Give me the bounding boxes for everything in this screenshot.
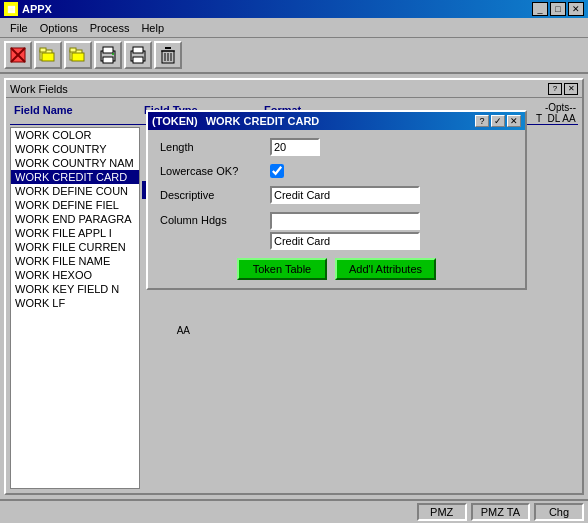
work-fields-title: Work Fields: [10, 83, 68, 95]
menu-bar: FileOptionsProcessHelp: [0, 18, 588, 38]
field-item-file-appl[interactable]: WORK FILE APPL I: [11, 226, 139, 240]
work-fields-close-button[interactable]: ✕: [564, 83, 578, 95]
close-button[interactable]: ✕: [568, 2, 584, 16]
work-fields-title-bar: Work Fields ? ✕: [6, 80, 582, 98]
toolbar-delete-button[interactable]: [154, 41, 182, 69]
field-name-list: WORK COLOR WORK COUNTRY WORK COUNTRY NAM…: [10, 127, 140, 489]
column-hdgs-label: Column Hdgs: [160, 212, 270, 226]
lowercase-label: Lowercase OK?: [160, 165, 270, 177]
opts-aa-header: AA: [562, 113, 576, 124]
status-bar: PMZ PMZ TA Chg: [0, 499, 588, 523]
toolbar-open1-button[interactable]: [34, 41, 62, 69]
toolbar-save-button[interactable]: [4, 41, 32, 69]
field-item-color[interactable]: WORK COLOR: [11, 128, 139, 142]
length-row: Length: [160, 138, 513, 156]
field-item-file-name[interactable]: WORK FILE NAME: [11, 254, 139, 268]
opts-t-header: T: [532, 113, 546, 124]
svg-rect-8: [72, 53, 84, 61]
dialog-buttons: Token Table Add'l Attributes: [160, 258, 513, 280]
length-label: Length: [160, 141, 270, 153]
work-fields-help-button[interactable]: ?: [548, 83, 562, 95]
minimize-button[interactable]: _: [532, 2, 548, 16]
title-bar: ▦ APPX _ □ ✕: [0, 0, 588, 18]
toolbar-print2-button[interactable]: [124, 41, 152, 69]
field-item-define-fiel[interactable]: WORK DEFINE FIEL: [11, 198, 139, 212]
toolbar: [0, 38, 588, 74]
menu-item-help[interactable]: Help: [135, 20, 170, 36]
field-item-key-field[interactable]: WORK KEY FIELD N: [11, 282, 139, 296]
app-icon: ▦: [4, 2, 18, 16]
col-header-field-name: Field Name: [10, 102, 140, 124]
column-hdgs-inputs: [270, 212, 420, 250]
field-item-country[interactable]: WORK COUNTRY: [11, 142, 139, 156]
addl-attributes-button[interactable]: Add'l Attributes: [335, 258, 436, 280]
field-item-hexoo[interactable]: WORK HEXOO: [11, 268, 139, 282]
svg-rect-14: [133, 47, 143, 53]
descriptive-row: Descriptive: [160, 186, 513, 204]
field-item-credit-card[interactable]: WORK CREDIT CARD: [11, 170, 139, 184]
menu-item-file[interactable]: File: [4, 20, 34, 36]
toolbar-open2-button[interactable]: [64, 41, 92, 69]
lowercase-checkbox[interactable]: [270, 164, 284, 178]
column-hdgs-input2[interactable]: [270, 232, 420, 250]
token-table-button[interactable]: Token Table: [237, 258, 327, 280]
status-chg[interactable]: Chg: [534, 503, 584, 521]
maximize-button[interactable]: □: [550, 2, 566, 16]
svg-rect-10: [103, 47, 113, 53]
descriptive-input[interactable]: [270, 186, 420, 204]
column-hdgs-input1[interactable]: [270, 212, 420, 230]
field-item-lf[interactable]: WORK LF: [11, 296, 139, 310]
work-fields-window: Work Fields ? ✕ Field Name Field Type Fo…: [4, 78, 584, 495]
status-pmz[interactable]: PMZ: [417, 503, 467, 521]
toolbar-print1-button[interactable]: [94, 41, 122, 69]
opts-dl-header: DL: [547, 113, 561, 124]
svg-rect-11: [103, 57, 113, 63]
length-input[interactable]: [270, 138, 320, 156]
field-item-file-curren[interactable]: WORK FILE CURREN: [11, 240, 139, 254]
status-pmz-ta[interactable]: PMZ TA: [471, 503, 530, 521]
svg-rect-4: [40, 48, 46, 52]
descriptive-label: Descriptive: [160, 189, 270, 201]
token-dialog: (TOKEN) WORK CREDIT CARD ? ✓ ✕: [146, 127, 527, 290]
field-item-define-coun[interactable]: WORK DEFINE COUN: [11, 184, 139, 198]
app-title: APPX: [22, 3, 52, 15]
dialog-content: Length Lowercase OK? Descriptive: [148, 130, 525, 288]
svg-rect-5: [42, 53, 54, 61]
field-item-end-paragra[interactable]: WORK END PARAGRA: [11, 212, 139, 226]
menu-item-options[interactable]: Options: [34, 20, 84, 36]
svg-point-12: [112, 53, 114, 55]
column-hdgs-row: Column Hdgs: [160, 212, 513, 250]
svg-rect-15: [133, 57, 143, 63]
lowercase-row: Lowercase OK?: [160, 164, 513, 178]
field-item-country-nam[interactable]: WORK COUNTRY NAM: [11, 156, 139, 170]
svg-rect-7: [70, 48, 76, 52]
menu-item-process[interactable]: Process: [84, 20, 136, 36]
